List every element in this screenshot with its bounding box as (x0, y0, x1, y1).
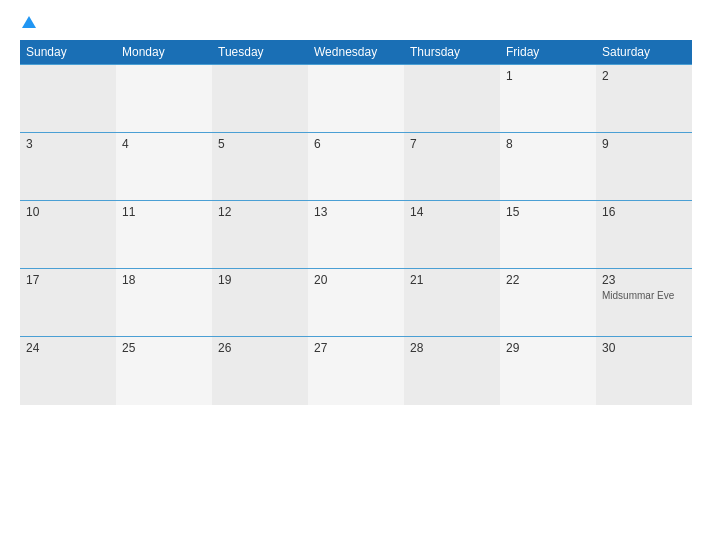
day-number: 27 (314, 341, 398, 355)
calendar-cell: 16 (596, 201, 692, 269)
calendar-cell (404, 65, 500, 133)
calendar-cell: 10 (20, 201, 116, 269)
calendar-cell: 11 (116, 201, 212, 269)
calendar-cell: 25 (116, 337, 212, 405)
calendar-cell: 19 (212, 269, 308, 337)
day-number: 24 (26, 341, 110, 355)
day-number: 25 (122, 341, 206, 355)
calendar-cell: 30 (596, 337, 692, 405)
calendar-cell: 2 (596, 65, 692, 133)
calendar-cell: 3 (20, 133, 116, 201)
day-number: 26 (218, 341, 302, 355)
day-number: 8 (506, 137, 590, 151)
weekday-header-wednesday: Wednesday (308, 40, 404, 65)
logo (20, 18, 36, 30)
day-number: 13 (314, 205, 398, 219)
calendar-cell: 20 (308, 269, 404, 337)
header (20, 18, 692, 30)
calendar-cell (20, 65, 116, 133)
day-number: 11 (122, 205, 206, 219)
weekday-header-thursday: Thursday (404, 40, 500, 65)
day-number: 12 (218, 205, 302, 219)
weekday-header-row: SundayMondayTuesdayWednesdayThursdayFrid… (20, 40, 692, 65)
day-number: 9 (602, 137, 686, 151)
day-number: 29 (506, 341, 590, 355)
calendar-cell: 12 (212, 201, 308, 269)
calendar-week-row: 3456789 (20, 133, 692, 201)
weekday-header-friday: Friday (500, 40, 596, 65)
weekday-header-saturday: Saturday (596, 40, 692, 65)
day-number: 22 (506, 273, 590, 287)
day-number: 21 (410, 273, 494, 287)
calendar-cell: 5 (212, 133, 308, 201)
day-number: 23 (602, 273, 686, 287)
calendar-cell (212, 65, 308, 133)
calendar-cell: 9 (596, 133, 692, 201)
calendar-cell: 15 (500, 201, 596, 269)
calendar-cell: 23Midsummar Eve (596, 269, 692, 337)
day-number: 30 (602, 341, 686, 355)
calendar-cell: 7 (404, 133, 500, 201)
calendar-cell: 29 (500, 337, 596, 405)
calendar-table: SundayMondayTuesdayWednesdayThursdayFrid… (20, 40, 692, 405)
day-number: 2 (602, 69, 686, 83)
logo-triangle-icon (22, 16, 36, 28)
calendar-cell: 14 (404, 201, 500, 269)
day-number: 15 (506, 205, 590, 219)
calendar-cell: 8 (500, 133, 596, 201)
day-number: 16 (602, 205, 686, 219)
calendar-cell: 22 (500, 269, 596, 337)
calendar-cell: 13 (308, 201, 404, 269)
calendar-cell: 27 (308, 337, 404, 405)
calendar-cell: 28 (404, 337, 500, 405)
day-number: 10 (26, 205, 110, 219)
day-number: 4 (122, 137, 206, 151)
day-number: 20 (314, 273, 398, 287)
day-number: 3 (26, 137, 110, 151)
weekday-header-tuesday: Tuesday (212, 40, 308, 65)
weekday-header-sunday: Sunday (20, 40, 116, 65)
day-number: 1 (506, 69, 590, 83)
day-number: 19 (218, 273, 302, 287)
calendar-cell: 4 (116, 133, 212, 201)
day-number: 18 (122, 273, 206, 287)
calendar-cell: 17 (20, 269, 116, 337)
calendar-cell: 26 (212, 337, 308, 405)
event-label: Midsummar Eve (602, 289, 686, 302)
calendar-cell (308, 65, 404, 133)
calendar-cell: 1 (500, 65, 596, 133)
calendar-cell: 6 (308, 133, 404, 201)
day-number: 14 (410, 205, 494, 219)
calendar-cell (116, 65, 212, 133)
day-number: 28 (410, 341, 494, 355)
day-number: 5 (218, 137, 302, 151)
calendar-week-row: 12 (20, 65, 692, 133)
day-number: 17 (26, 273, 110, 287)
calendar-page: SundayMondayTuesdayWednesdayThursdayFrid… (0, 0, 712, 550)
calendar-cell: 21 (404, 269, 500, 337)
day-number: 6 (314, 137, 398, 151)
calendar-week-row: 17181920212223Midsummar Eve (20, 269, 692, 337)
calendar-cell: 24 (20, 337, 116, 405)
calendar-week-row: 24252627282930 (20, 337, 692, 405)
day-number: 7 (410, 137, 494, 151)
calendar-cell: 18 (116, 269, 212, 337)
calendar-week-row: 10111213141516 (20, 201, 692, 269)
weekday-header-monday: Monday (116, 40, 212, 65)
